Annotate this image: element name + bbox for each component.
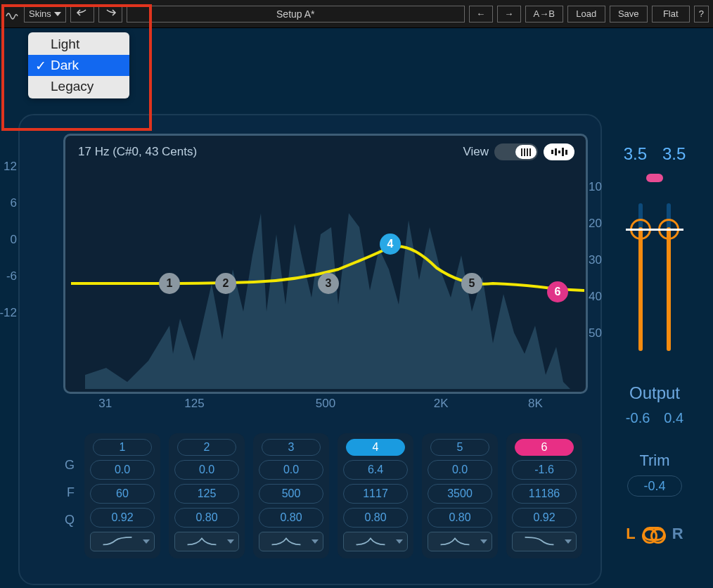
band-q-2[interactable]: 0.80 <box>174 508 239 528</box>
y-left-tick: -12 <box>0 306 17 320</box>
band-q-5[interactable]: 0.80 <box>428 508 492 528</box>
band-gain-2[interactable]: 0.0 <box>174 460 239 480</box>
redo-button[interactable] <box>98 6 122 23</box>
cursor-readout: 17 Hz (C#0, 43 Cents) <box>78 145 197 159</box>
chevron-down-icon <box>143 539 150 544</box>
prev-preset-button[interactable]: ← <box>469 6 493 23</box>
skins-menu-item-dark[interactable]: Dark <box>28 55 129 76</box>
band-gain-1[interactable]: 0.0 <box>90 460 155 480</box>
trim-label: Trim <box>639 452 669 470</box>
band-gain-6[interactable]: -1.6 <box>512 460 577 480</box>
band-shape-1[interactable] <box>90 532 155 551</box>
band-shape-6[interactable] <box>512 532 577 551</box>
band-shape-2[interactable] <box>174 532 239 551</box>
output-fader-r[interactable] <box>667 203 671 351</box>
view-toggle[interactable] <box>494 143 538 160</box>
band-select-2[interactable]: 2 <box>177 439 236 456</box>
undo-button[interactable] <box>70 6 94 23</box>
trim-value[interactable]: -0.4 <box>627 475 682 497</box>
link-l-label: L <box>626 525 635 543</box>
band-column-4: 46.411170.80 <box>338 433 413 558</box>
link-r-label: R <box>672 525 683 543</box>
load-button[interactable]: Load <box>567 6 605 23</box>
band-select-5[interactable]: 5 <box>430 439 489 456</box>
eq-point-6[interactable]: 6 <box>547 281 568 302</box>
save-button[interactable]: Save <box>610 6 648 23</box>
output-val-l: -0.6 <box>626 410 650 426</box>
eq-point-5[interactable]: 5 <box>461 273 482 294</box>
clip-indicator[interactable] <box>646 174 663 182</box>
eq-point-2[interactable]: 2 <box>215 273 236 294</box>
x-tick: 8K <box>528 397 543 411</box>
peak-r: 3.5 <box>662 144 686 164</box>
spectrum-fill <box>85 213 570 389</box>
band-freq-2[interactable]: 125 <box>174 484 239 504</box>
band-select-6[interactable]: 6 <box>515 439 574 456</box>
graph-header: 17 Hz (C#0, 43 Cents) View <box>78 141 574 162</box>
fader-knob-l[interactable] <box>630 219 651 240</box>
filter-shape-icon <box>264 536 309 547</box>
filter-shape-icon <box>517 536 562 547</box>
skins-label: Skins <box>29 6 51 22</box>
skins-dropdown-button[interactable]: Skins <box>24 6 66 23</box>
analyzer-mode-button[interactable] <box>544 143 574 160</box>
band-column-6: 6-1.6111860.92 <box>506 433 582 558</box>
band-q-3[interactable]: 0.80 <box>259 508 323 528</box>
plugin-body: 12 6 0 -6 -12 17 Hz (C#0, 43 Cents) View… <box>0 28 713 588</box>
band-columns: 10.0600.9220.01250.8030.05000.8046.41117… <box>84 433 582 558</box>
output-section: 3.5 3.5 Output -0.6 0.4 Trim -0.4 L R <box>609 144 700 588</box>
x-tick: 31 <box>98 397 112 411</box>
lr-link-section: L R <box>626 525 683 543</box>
peak-l: 3.5 <box>624 144 647 164</box>
band-column-5: 50.035000.80 <box>422 433 498 558</box>
band-shape-5[interactable] <box>428 532 492 551</box>
help-button[interactable]: ? <box>694 6 709 23</box>
output-fader-l[interactable] <box>638 203 643 351</box>
band-select-4[interactable]: 4 <box>346 439 405 456</box>
x-tick: 125 <box>184 397 204 411</box>
skins-menu-item-legacy[interactable]: Legacy <box>28 76 129 97</box>
y-left-tick: 6 <box>0 196 17 210</box>
skins-menu-item-light[interactable]: Light <box>28 34 129 55</box>
band-select-1[interactable]: 1 <box>93 439 152 456</box>
chevron-down-icon <box>311 539 319 544</box>
eq-point-1[interactable]: 1 <box>159 273 180 294</box>
band-gain-3[interactable]: 0.0 <box>259 460 323 480</box>
ab-compare-button[interactable]: A→B <box>525 6 563 23</box>
eq-point-4[interactable]: 4 <box>380 234 401 255</box>
band-freq-5[interactable]: 3500 <box>428 484 492 504</box>
band-freq-1[interactable]: 60 <box>90 484 155 504</box>
band-freq-6[interactable]: 11186 <box>512 484 577 504</box>
band-q-1[interactable]: 0.92 <box>90 508 155 528</box>
graph-x-labels: 31 125 500 2K 8K <box>63 397 588 418</box>
filter-shape-icon <box>179 536 224 547</box>
output-faders <box>638 203 671 369</box>
band-gain-4[interactable]: 6.4 <box>343 460 408 480</box>
link-icon[interactable] <box>643 527 665 541</box>
band-q-6[interactable]: 0.92 <box>512 508 577 528</box>
chevron-down-icon <box>480 539 487 544</box>
band-q-4[interactable]: 0.80 <box>343 508 408 528</box>
eq-point-3[interactable]: 3 <box>318 273 339 294</box>
x-tick: 500 <box>316 397 335 411</box>
x-tick: 2K <box>434 397 449 411</box>
filter-shape-icon <box>95 536 140 547</box>
band-column-2: 20.01250.80 <box>169 433 245 558</box>
waves-logo-icon <box>4 6 20 22</box>
preset-name-field[interactable]: Setup A* <box>127 6 465 23</box>
band-select-3[interactable]: 3 <box>262 439 321 456</box>
flat-button[interactable]: Flat <box>652 6 690 23</box>
band-shape-4[interactable] <box>343 532 408 551</box>
next-preset-button[interactable]: → <box>497 6 521 23</box>
band-freq-3[interactable]: 500 <box>259 484 323 504</box>
skins-menu[interactable]: LightDarkLegacy <box>28 32 129 98</box>
band-gain-5[interactable]: 0.0 <box>428 460 492 480</box>
output-val-r: 0.4 <box>664 410 683 426</box>
eq-graph[interactable]: 17 Hz (C#0, 43 Cents) View 10 20 30 40 5… <box>63 134 588 394</box>
band-column-1: 10.0600.92 <box>84 433 160 558</box>
band-freq-4[interactable]: 1117 <box>343 484 408 504</box>
graph-y-left-labels: 12 6 0 -6 -12 <box>0 158 17 340</box>
band-shape-3[interactable] <box>259 532 323 551</box>
fader-knob-r[interactable] <box>658 219 679 240</box>
filter-shape-icon <box>348 536 393 547</box>
